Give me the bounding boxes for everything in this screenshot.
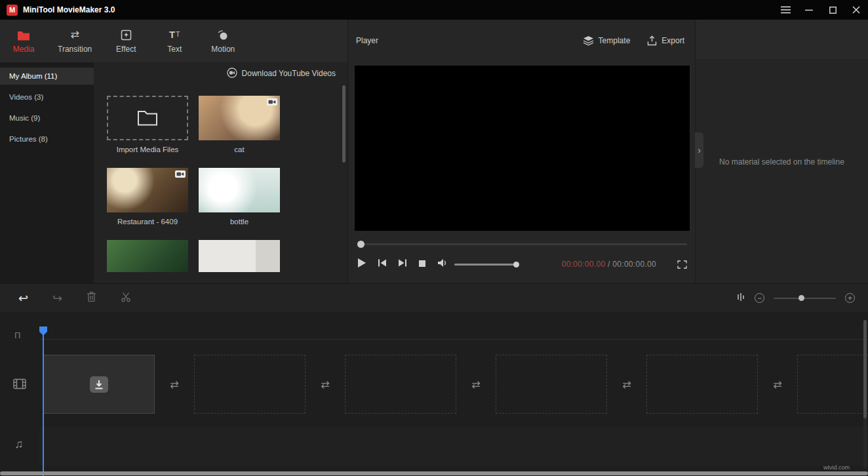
media-thumbnail[interactable] [107, 240, 188, 272]
media-item-cat[interactable]: cat [199, 96, 280, 155]
tab-motion[interactable]: Motion [208, 29, 237, 54]
video-camera-badge-icon [267, 98, 277, 106]
play-button[interactable] [357, 258, 366, 271]
undo-button[interactable]: ↩ [18, 292, 28, 304]
player-panel: Player Template Export [347, 20, 695, 283]
playhead-handle[interactable] [39, 327, 47, 336]
timeline-vertical-scrollbar-thumb[interactable] [863, 320, 867, 418]
app-title: MiniTool MovieMaker 3.0 [23, 5, 115, 14]
previous-frame-button[interactable] [378, 258, 387, 270]
export-button[interactable]: Export [647, 35, 684, 46]
media-item-restaurant[interactable]: Restaurant - 6409 [107, 168, 188, 227]
tab-media[interactable]: Media [9, 29, 38, 54]
media-item-import[interactable]: Import Media Files [107, 96, 188, 155]
timeline-toolbar: ↩ ↪ − + [0, 283, 868, 312]
zoom-slider-handle[interactable] [799, 295, 804, 301]
sidebar-item-music[interactable]: Music (9) [0, 109, 94, 127]
playhead-line[interactable] [43, 327, 44, 476]
clip-placeholder[interactable] [797, 355, 868, 414]
clip-placeholder[interactable] [345, 355, 456, 414]
maximize-button[interactable] [821, 0, 844, 20]
media-item-bottle[interactable]: bottle [199, 168, 280, 227]
media-scrollbar[interactable] [342, 83, 345, 277]
media-scrollbar-thumb[interactable] [342, 85, 345, 163]
export-label: Export [661, 36, 684, 45]
import-media-dropzone[interactable] [107, 96, 188, 140]
volume-slider[interactable] [454, 261, 518, 268]
sidebar-item-videos[interactable]: Videos (3) [0, 89, 94, 106]
media-item-caption: Restaurant - 6409 [107, 218, 188, 227]
timecode: 00:00:00.00 / 00:00:00.00 [562, 260, 656, 269]
timeline-horizontal-scrollbar[interactable] [0, 471, 868, 476]
zoom-slider[interactable] [774, 294, 836, 302]
seek-bar[interactable] [357, 241, 687, 247]
menu-icon[interactable] [774, 0, 797, 20]
sidebar-item-my-album[interactable]: My Album (11) [0, 68, 94, 85]
fullscreen-button[interactable] [677, 260, 687, 269]
clip-placeholder-drop[interactable] [43, 355, 155, 414]
tab-effect[interactable]: Effect [111, 29, 140, 54]
template-button[interactable]: Template [583, 35, 631, 46]
properties-panel: › No material selected on the timeline [695, 20, 868, 283]
download-youtube-link[interactable]: Download YouTube Videos [242, 69, 336, 78]
media-thumbnail[interactable] [199, 240, 280, 272]
volume-slider-track[interactable] [454, 264, 518, 266]
transition-slot[interactable]: ⇄ [155, 355, 194, 414]
timeline-vertical-scrollbar[interactable] [863, 320, 867, 468]
clip-placeholder[interactable] [646, 355, 758, 414]
zoom-controls: − + [736, 292, 868, 304]
delete-button[interactable] [87, 291, 96, 305]
effect-icon [121, 29, 132, 41]
track-height-icon[interactable] [736, 292, 745, 304]
media-grid: Import Media Files cat [94, 85, 347, 272]
player-actions: Template Export [583, 35, 684, 46]
audio-track-lane[interactable] [39, 426, 868, 466]
add-media-icon [90, 376, 108, 393]
transition-slot-icon: ⇄ [773, 378, 781, 391]
media-thumbnail[interactable] [107, 168, 188, 212]
time-separator: / [605, 260, 612, 269]
video-preview[interactable] [355, 66, 690, 231]
transition-slot[interactable]: ⇄ [607, 355, 646, 414]
player-title: Player [356, 36, 378, 45]
stop-button[interactable] [418, 258, 426, 270]
media-folder-icon [17, 29, 30, 41]
audio-track-icon: ♫ [14, 438, 24, 450]
tab-label: Text [167, 45, 182, 54]
transition-slot[interactable]: ⇄ [758, 355, 797, 414]
seek-handle[interactable] [357, 241, 365, 248]
seek-track[interactable] [357, 243, 687, 245]
tab-transition[interactable]: ⇄ Transition [58, 29, 92, 54]
tab-label: Effect [116, 45, 136, 54]
sidebar-item-pictures[interactable]: Pictures (8) [0, 130, 94, 148]
transition-slot-icon: ⇄ [170, 378, 178, 391]
close-button[interactable] [844, 0, 868, 20]
minimize-button[interactable] [797, 0, 821, 20]
next-frame-button[interactable] [398, 258, 407, 270]
library-content: Download YouTube Videos Import Media Fil… [94, 62, 347, 283]
volume-icon[interactable] [437, 258, 448, 270]
chevron-right-icon: › [698, 145, 701, 155]
media-item-plant[interactable] [107, 240, 188, 272]
media-item-caption: cat [199, 146, 280, 155]
tab-text[interactable]: TT Text [160, 29, 189, 54]
media-item-decor[interactable] [199, 240, 280, 272]
titlebar: M MiniTool MovieMaker 3.0 [0, 0, 868, 20]
volume-slider-handle[interactable] [513, 262, 519, 268]
properties-header [696, 20, 868, 59]
folder-icon [137, 109, 158, 127]
transition-slot[interactable]: ⇄ [306, 355, 345, 414]
zoom-in-button[interactable]: + [845, 293, 855, 303]
clip-placeholder[interactable] [496, 355, 607, 414]
collapse-panel-button[interactable]: › [695, 132, 703, 168]
split-scissors-button[interactable] [121, 292, 131, 305]
redo-button[interactable]: ↪ [52, 292, 62, 304]
media-thumbnail[interactable] [199, 168, 280, 212]
media-thumbnail[interactable] [199, 96, 280, 140]
timeline-horizontal-scrollbar-thumb[interactable] [0, 471, 868, 475]
transition-slot[interactable]: ⇄ [456, 355, 496, 414]
clip-placeholder[interactable] [194, 355, 306, 414]
motion-icon [217, 29, 229, 41]
zoom-out-button[interactable]: − [755, 293, 764, 303]
zoom-slider-track[interactable] [774, 298, 836, 300]
